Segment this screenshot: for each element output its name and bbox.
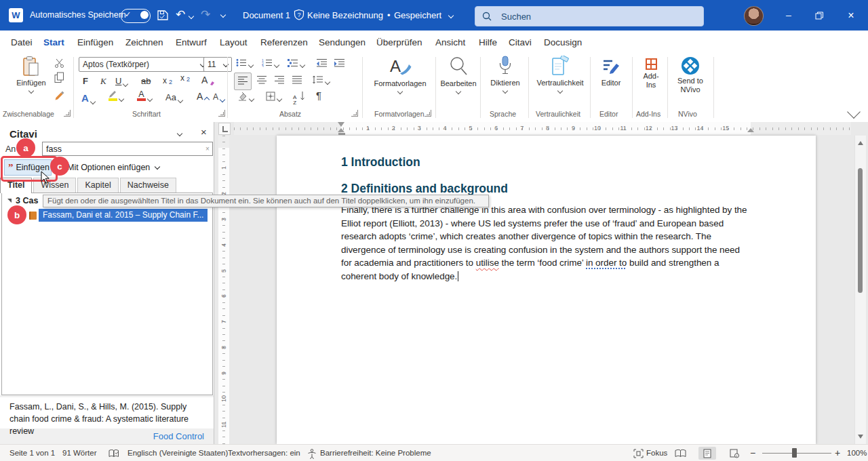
format-painter-icon[interactable] [54, 91, 65, 101]
scroll-down-arrow[interactable] [858, 435, 863, 439]
text-predictions-status[interactable]: Textvorhersagen: ein [228, 445, 300, 461]
first-line-indent-marker[interactable] [338, 122, 344, 127]
line-spacing-button[interactable] [312, 75, 330, 84]
clear-formatting-button[interactable]: A [201, 75, 215, 85]
zoom-in-button[interactable]: + [835, 445, 840, 461]
search-bar[interactable]: Suchen [475, 6, 704, 26]
tab-layout[interactable]: Layout [217, 36, 250, 49]
clear-search-icon[interactable]: × [205, 145, 210, 153]
paste-button[interactable]: Einfügen [11, 56, 52, 93]
bold-button[interactable]: F [83, 76, 88, 86]
focus-mode-button[interactable]: Fokus [646, 445, 667, 461]
document-title[interactable]: Document 1 [243, 0, 290, 31]
vertical-scrollbar[interactable] [854, 136, 866, 444]
citavi-tab-kapitel[interactable]: Kapitel [77, 178, 118, 193]
pilcrow-button[interactable]: ¶ [316, 89, 321, 101]
left-indent-marker[interactable] [338, 133, 345, 136]
text-effects-button[interactable]: A [81, 92, 95, 104]
expand-triangle-icon[interactable] [7, 199, 12, 203]
font-name-combobox[interactable]: Aptos (Textkörper) [79, 57, 209, 72]
undo-chevron[interactable] [189, 14, 194, 19]
minimize-button[interactable]: – [777, 0, 800, 31]
zoom-out-button[interactable]: − [750, 445, 755, 461]
strikethrough-button[interactable]: ab [141, 76, 151, 86]
selected-reference[interactable]: Fassam, Dani et al. 2015 – Supply Chain … [39, 209, 208, 222]
language-status[interactable]: Englisch (Vereinigte Staaten) [127, 445, 228, 461]
horizontal-ruler[interactable]: 123456789101112131415 [234, 122, 851, 135]
citavi-search-input[interactable] [42, 142, 213, 156]
right-indent-marker[interactable] [747, 128, 754, 132]
save-icon[interactable] [157, 9, 169, 21]
send-to-nvivo-button[interactable]: Send to NVivo [671, 56, 709, 94]
tab-ueberpruefen[interactable]: Überprüfen [374, 36, 425, 49]
tab-citavi[interactable]: Citavi [506, 36, 534, 49]
font-color-button[interactable]: A [137, 91, 152, 101]
align-center-icon[interactable] [256, 75, 267, 84]
font-dialog-launcher[interactable] [218, 110, 225, 117]
hanging-indent-marker[interactable] [338, 128, 344, 132]
tab-sendungen[interactable]: Sendungen [316, 36, 368, 49]
citavi-tab-nachweise[interactable]: Nachweise [120, 178, 176, 193]
zoom-slider-track[interactable] [762, 453, 831, 454]
save-status[interactable]: Gespeichert [394, 0, 441, 31]
decrease-indent-icon[interactable] [316, 58, 328, 67]
styles-button[interactable]: A Formatvorlagen [369, 56, 431, 94]
autosave-toggle[interactable]: ✓ [121, 9, 151, 23]
align-right-icon[interactable] [274, 75, 285, 84]
web-layout-button[interactable] [726, 447, 743, 460]
reference-group-header[interactable]: 3 Cas [7, 196, 38, 205]
tab-datei[interactable]: Datei [8, 36, 35, 49]
editor-button[interactable]: Editor [594, 56, 628, 87]
align-left-button[interactable] [234, 73, 252, 90]
highlight-button[interactable] [108, 91, 123, 101]
tab-referenzen[interactable]: Referenzen [258, 36, 311, 49]
bullet-list-button[interactable] [236, 58, 253, 67]
justify-icon[interactable] [292, 75, 302, 84]
multilevel-list-button[interactable] [288, 58, 304, 67]
styles-dialog-launcher[interactable] [425, 110, 431, 117]
qat-customize-chevron[interactable] [220, 12, 226, 18]
tab-docusign[interactable]: Docusign [541, 36, 585, 49]
word-app-icon[interactable]: W [9, 8, 23, 22]
title-chevron[interactable] [448, 13, 454, 18]
insert-with-options-button[interactable]: Mit Optionen einfügen [67, 163, 159, 172]
tab-zeichnen[interactable]: Zeichnen [123, 36, 166, 49]
accessibility-status[interactable]: Barrierefreiheit: Keine Probleme [320, 445, 431, 461]
dictate-button[interactable]: Diktieren [484, 56, 526, 93]
numbered-list-button[interactable]: 123 [262, 58, 279, 67]
increase-indent-icon[interactable] [334, 58, 345, 67]
tab-ansicht[interactable]: Ansicht [433, 36, 468, 49]
tab-stop-selector[interactable] [218, 123, 231, 135]
citavi-reference-list[interactable]: 3 Cas Fassam, Dani et al. 2015 – Supply … [1, 193, 213, 395]
addins-button[interactable]: Add- Ins [636, 56, 666, 89]
collapse-ribbon-chevron[interactable] [847, 105, 861, 119]
tab-entwurf[interactable]: Entwurf [173, 36, 210, 49]
undo-button[interactable]: ↶ [176, 7, 185, 22]
zoom-slider-thumb[interactable] [792, 448, 797, 458]
borders-button[interactable] [266, 92, 281, 101]
restore-button[interactable] [808, 0, 831, 31]
reference-list-item[interactable]: Fassam, Dani et al. 2015 – Supply Chain … [29, 209, 208, 222]
editing-button[interactable]: Bearbeiten [439, 56, 477, 94]
italic-button[interactable]: K [100, 76, 106, 87]
tab-hilfe[interactable]: Hilfe [476, 36, 500, 49]
subscript-button[interactable]: x2 [163, 76, 172, 85]
close-button[interactable]: × [840, 0, 863, 31]
tab-start[interactable]: Start [41, 36, 67, 49]
proofing-icon[interactable] [108, 449, 119, 458]
page-count[interactable]: Seite 1 von 1 [9, 445, 55, 461]
sensitivity-button[interactable]: Vertraulichkeit [533, 56, 587, 93]
tab-einfuegen[interactable]: Einfügen [75, 36, 116, 49]
clipboard-dialog-launcher[interactable] [64, 110, 71, 117]
change-case-button[interactable]: Aa [165, 92, 182, 102]
zoom-level[interactable]: 100% [847, 445, 867, 461]
copy-icon[interactable] [54, 72, 64, 83]
cut-icon[interactable] [54, 58, 64, 68]
spellcheck-flagged-word[interactable]: utilise [476, 258, 499, 268]
print-layout-button[interactable] [698, 447, 716, 460]
underline-button[interactable]: U [115, 76, 127, 86]
document-page[interactable]: 1 Introduction 2 Definitions and backgro… [277, 136, 816, 444]
grow-font-button[interactable]: A [197, 91, 209, 102]
superscript-button[interactable]: x2 [180, 73, 190, 83]
sensitivity-label[interactable]: Keine Bezeichnung [307, 0, 383, 31]
